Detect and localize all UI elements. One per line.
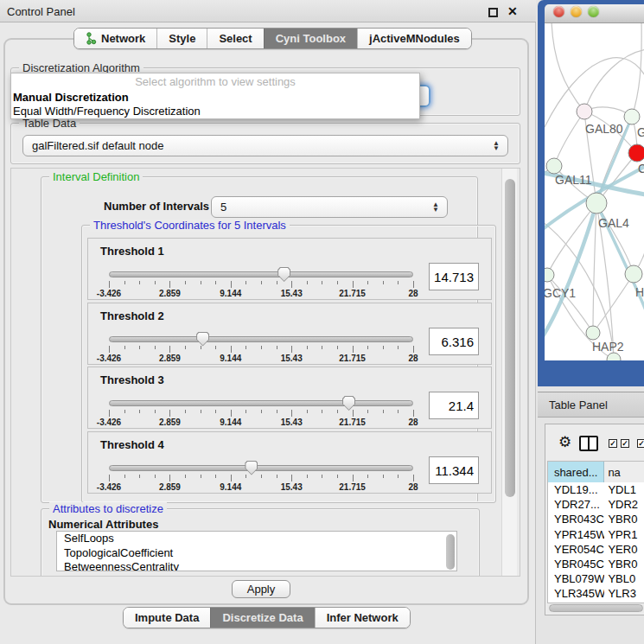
close-traffic-light-icon[interactable]	[553, 6, 564, 17]
tab-jactivemnodules[interactable]: jActiveMNodules	[357, 29, 471, 48]
mode-tab-discretize-data[interactable]: Discretize Data	[210, 608, 314, 628]
numerical-attributes-list[interactable]: SelfLoopsTopologicalCoefficientBetweenne…	[56, 531, 457, 571]
tab-cyni-toolbox[interactable]: Cyni Toolbox	[264, 29, 357, 48]
threshold-value-field[interactable]: 11.344	[429, 456, 479, 484]
table-row[interactable]: YPR145WYPR1	[548, 527, 644, 542]
tab-label: Cyni Toolbox	[276, 32, 346, 45]
tab-label: Style	[169, 32, 195, 45]
list-scrollbar[interactable]	[446, 534, 455, 570]
threshold-panel-1: Threshold 1-3.4262.8599.14415.4321.71528…	[87, 238, 492, 300]
table-panel-window: ⚙ ✓ ✓ ✓ shared...na YDL19...YDL1YDR27...…	[545, 424, 644, 615]
number-of-intervals-combobox[interactable]: 5 ▲▼	[211, 196, 448, 218]
close-icon[interactable]: ✕	[507, 4, 518, 18]
table-row[interactable]: YER054CYER0	[548, 542, 644, 557]
apply-button[interactable]: Apply	[232, 580, 290, 598]
table-cell: YLR3	[604, 587, 644, 600]
slider-thumb[interactable]	[342, 396, 355, 411]
threshold-label: Threshold 1	[100, 245, 164, 258]
node-label: G	[637, 125, 644, 139]
gear-icon[interactable]: ⚙	[558, 435, 571, 450]
table-row[interactable]: YBR045CYBR0	[548, 557, 644, 571]
mode-tab-impute-data[interactable]: Impute Data	[124, 608, 210, 628]
table-horizontal-scrollbar[interactable]	[547, 603, 644, 613]
algorithm-prompt-item[interactable]: Select algorithm to view settings	[11, 75, 419, 88]
slider-thumb[interactable]	[245, 461, 258, 475]
network-node-gal4[interactable]	[586, 193, 607, 214]
tab-label: Discretize Data	[222, 611, 303, 624]
node-label: GAL80	[585, 122, 623, 136]
threshold-slider[interactable]: -3.4262.8599.14415.4321.71528	[109, 268, 413, 297]
threshold-slider[interactable]: -3.4262.8599.14415.4321.71528	[109, 397, 413, 426]
table-cell: YDR27...	[548, 498, 604, 511]
network-node-gal11[interactable]	[546, 158, 562, 174]
slider-track[interactable]	[109, 336, 413, 342]
split-columns-icon[interactable]	[579, 436, 598, 451]
table-cell: YER054C	[548, 543, 604, 556]
checkbox-icon[interactable]: ✓	[637, 439, 644, 448]
settings-vertical-scrollbar[interactable]	[501, 169, 517, 576]
attribute-list-item[interactable]: TopologicalCoefficient	[57, 546, 456, 561]
network-node-gcy1[interactable]	[545, 268, 554, 282]
threshold-value-field[interactable]: 6.316	[429, 328, 479, 355]
attribute-list-item[interactable]: SelfLoops	[57, 532, 456, 546]
table-row[interactable]: YBL079WYBL0	[548, 571, 644, 586]
slider-thumb[interactable]	[277, 267, 290, 282]
threshold-label: Threshold 3	[100, 373, 164, 386]
tab-label: Network	[101, 32, 145, 45]
network-node-c[interactable]	[628, 144, 644, 162]
scrollbar-thumb[interactable]	[549, 604, 643, 612]
mode-tab-infer-network[interactable]: Infer Network	[315, 608, 410, 628]
interval-definition-group: Interval Definition Number of Intervals …	[41, 176, 478, 503]
attributes-group-title: Attributes to discretize	[49, 502, 167, 515]
network-node-hap2[interactable]	[586, 326, 600, 340]
slider-track[interactable]	[109, 465, 413, 471]
control-panel-tabs: NetworkStyleSelectCyni ToolboxjActiveMNo…	[73, 28, 472, 49]
node-label: GCY1	[545, 286, 576, 300]
number-of-intervals-value: 5	[220, 201, 226, 214]
tab-style[interactable]: Style	[156, 29, 207, 48]
tab-network[interactable]: Network	[74, 29, 156, 48]
slider-track[interactable]	[109, 271, 413, 277]
network-node-g[interactable]	[624, 109, 640, 124]
column-header-2[interactable]: na	[604, 462, 644, 482]
table-cell: YDL1	[604, 483, 644, 496]
slider-tick-labels: -3.4262.8599.14415.4321.71528	[109, 482, 413, 493]
table-row[interactable]: YLR345WYLR3	[548, 586, 644, 601]
table-data-selected-value: galFiltered.sif default node	[32, 139, 163, 152]
attribute-list-item[interactable]: BetweennessCentrality	[57, 560, 456, 571]
table-row[interactable]: YBR043CYBR0	[548, 512, 644, 526]
algorithm-dropdown-popup: Select algorithm to view settings Manual…	[10, 73, 420, 119]
algorithm-option-manual[interactable]: Manual Discretization	[13, 91, 419, 104]
table-row[interactable]: YDL19...YDL1	[548, 482, 644, 497]
control-panel-titlebar	[0, 0, 536, 22]
interval-definition-group-title: Interval Definition	[49, 170, 143, 183]
thresholds-group: Threshold's Coordinates for 5 Intervals …	[81, 225, 496, 503]
combo-arrows-icon: ▲▼	[493, 141, 500, 151]
threshold-value-field[interactable]: 14.713	[429, 263, 479, 290]
threshold-slider[interactable]: -3.4262.8599.14415.4321.71528	[109, 333, 413, 362]
table-data-combobox[interactable]: galFiltered.sif default node ▲▼	[22, 135, 508, 156]
network-node[interactable]	[607, 353, 621, 360]
slider-track[interactable]	[109, 400, 413, 406]
network-node-gal80[interactable]	[577, 104, 592, 119]
zoom-traffic-light-icon[interactable]	[588, 6, 599, 17]
tab-select[interactable]: Select	[207, 29, 263, 48]
slider-thumb[interactable]	[196, 332, 209, 347]
settings-scroll-viewport: Interval Definition Number of Intervals …	[10, 168, 520, 577]
table-cell: YBR0	[604, 513, 644, 526]
tab-label: Infer Network	[327, 611, 399, 624]
threshold-slider[interactable]: -3.4262.8599.14415.4321.71528	[109, 462, 413, 491]
float-window-icon[interactable]	[488, 8, 498, 17]
threshold-value-field[interactable]: 21.4	[429, 392, 479, 419]
table-cell: YPR145W	[548, 528, 604, 541]
table-row[interactable]: YDR27...YDR2	[548, 497, 644, 512]
algorithm-option-equal-width[interactable]: Equal Width/Frequency Discretization	[13, 105, 419, 118]
column-header-1[interactable]: shared...	[548, 462, 604, 482]
scrollbar-thumb[interactable]	[505, 179, 515, 497]
minimize-traffic-light-icon[interactable]	[571, 6, 582, 17]
network-node-h[interactable]	[625, 265, 642, 283]
node-table[interactable]: shared...na YDL19...YDL1YDR27...YDR2YBR0…	[547, 461, 644, 603]
checkbox-icon[interactable]: ✓	[621, 439, 629, 448]
network-canvas[interactable]: GAL80GCGAL11GAL4GCY1HHAP2	[545, 23, 644, 360]
checkbox-icon[interactable]: ✓	[609, 439, 617, 448]
